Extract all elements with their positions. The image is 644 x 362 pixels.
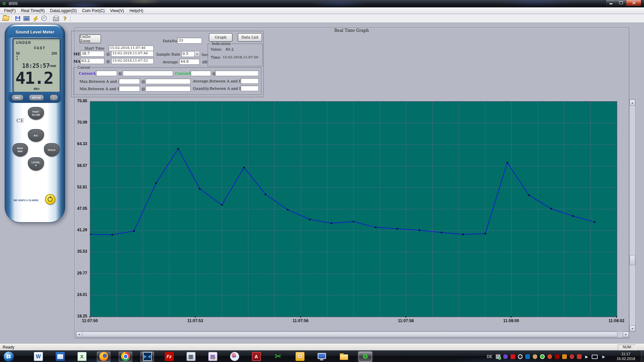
vertical-scroll-thumb[interactable] [630,255,635,265]
lcd-time-label: TIME [49,64,57,68]
taskbar-filezilla-button[interactable]: Fz [162,352,176,362]
taskbar-word-button[interactable]: W [32,352,45,362]
photo-viewer-icon [56,352,65,361]
avg-between-field[interactable] [240,78,259,84]
device-header: Sound Level Meter [7,26,63,38]
taskbar-excel-button[interactable]: X [75,352,89,362]
acrobat-tray-icon[interactable] [555,354,559,359]
min-time-field[interactable]: 15-02-2018,11:07:46 [111,51,154,57]
combo-dropdown-arrow-icon[interactable]: ▼ [194,51,200,57]
stop-realtime-button[interactable] [40,15,48,22]
x-tick-label: 11:07:53 [187,318,203,323]
taskbar-acrobat-reader-button[interactable]: A [250,352,263,362]
volume-icon[interactable] [600,354,605,359]
com-settings-button[interactable] [22,15,31,22]
taskbar-snipping-tool-button[interactable]: ✂ [228,352,241,362]
cursor-b-time-field[interactable] [215,70,259,76]
max-min-key: MAX MIN [12,143,28,157]
max-value-field[interactable]: 63.2 [80,58,104,64]
horizontal-scroll-thumb[interactable] [82,331,618,337]
scroll-down-button[interactable]: ▼ [630,325,635,331]
taskbar-chrome-button[interactable] [119,352,132,362]
menu-item-view[interactable]: View(V) [107,8,127,14]
scroll-up-button[interactable]: ▲ [630,100,635,106]
data-list-button[interactable]: Data List [238,33,262,42]
vertical-scrollbar[interactable]: ▲ ▼ [629,99,636,332]
network-icon[interactable] [592,355,598,359]
open-file-button[interactable] [2,15,10,22]
ccleaner-icon[interactable] [547,354,552,359]
scroll-right-button[interactable]: ► [623,331,629,337]
word-glyph: W [36,354,41,360]
max-between-value-field[interactable] [119,78,140,84]
acrobat-reader-icon: A [252,352,261,361]
cursor-a-value-field[interactable] [96,70,117,76]
taskbar-movie-maker-button[interactable]: ▤ [206,352,219,362]
close-button[interactable] [626,0,641,6]
taskbar-calculator-button[interactable]: ▦ [184,352,198,362]
print-button[interactable] [52,15,60,22]
power-icon [48,197,53,202]
usb-device-icon[interactable] [496,354,500,359]
taskbar-photo-viewer-button[interactable] [53,352,67,362]
remote-desktop-icon [317,352,326,361]
audio-icon[interactable] [577,354,582,359]
undo-zoom-button[interactable]: UnDo Zoom [79,35,101,43]
max-time-field[interactable]: 15-02-2018,11:07:52 [111,58,154,64]
flag-icon[interactable] [584,354,589,359]
min-between-time-field[interactable] [145,86,191,92]
window-title: 8005 [9,1,18,6]
taskbar-outlook-button[interactable]: O [293,352,307,362]
taskbar-slm-8005-button[interactable]: ♻ [359,352,372,362]
x-tick-mark [90,316,90,318]
qty-between-field[interactable] [240,85,259,91]
min-between-value-field[interactable] [119,86,140,92]
cursor-a-label: CursorA [79,71,96,76]
creative-cloud-icon[interactable] [518,354,523,359]
graph-button[interactable]: Graph [209,33,232,42]
menu-item-com-port[interactable]: Com Port(C) [79,8,107,14]
rec-key: REC [12,95,23,101]
save-file-button[interactable] [14,15,22,22]
sync-icon[interactable] [540,354,545,359]
cursor-a-time-field[interactable] [122,70,173,76]
share-icon[interactable] [570,354,574,359]
adobe-cc-icon[interactable] [511,354,515,359]
min-between-at: @ [142,87,145,91]
data-no-field[interactable]: 33 [177,38,202,44]
max-between-label: Max.Between A and B [79,79,121,84]
min-value-field[interactable]: 38.7 [80,51,104,57]
language-indicator[interactable]: DE [487,354,492,359]
sample-rate-value: 0.5 [181,51,194,57]
taskbar-screen-share-button[interactable] [141,352,154,362]
start-realtime-button[interactable]: ⚡ [31,15,39,22]
taskbar-firefox-button[interactable] [97,352,110,362]
calculator-icon: ▦ [186,352,196,361]
menu-item-datalogger[interactable]: DataLogger(D) [47,8,79,14]
menu-item-help[interactable]: Help(H) [127,8,146,14]
show-desktop-button[interactable] [641,351,644,362]
start-button[interactable] [3,351,14,362]
y-tick-label: 41.29 [77,228,87,232]
uplay-icon[interactable] [503,354,508,359]
average-field[interactable]: 44.6 [179,59,200,65]
chart-plot-area[interactable] [90,101,617,317]
start-realtime-icon: ⚡ [32,16,39,21]
teamviewer-icon[interactable] [533,354,537,359]
cursor-b-value-field[interactable] [191,70,211,76]
taskbar-scissors-button[interactable]: ✂ [271,352,285,362]
sample-rate-combo[interactable]: 0.5 ▼ [181,51,200,57]
horizontal-scrollbar[interactable]: ◄ ► [76,331,629,338]
scroll-left-button[interactable]: ◄ [76,331,82,337]
menu-item-real-time[interactable]: Real Time(R) [18,8,48,14]
minimize-button[interactable] [606,0,616,6]
about-help-button[interactable]: ? [61,15,69,22]
menu-item-file[interactable]: File(F) [1,8,18,14]
dropbox-icon[interactable] [525,354,530,359]
updater-icon[interactable] [562,354,567,359]
taskbar-file-explorer-button[interactable] [337,352,350,362]
taskbar-clock[interactable]: 11:17 15.02.2018 [612,352,639,361]
maximize-button[interactable] [616,0,626,6]
max-between-time-field[interactable] [145,78,191,84]
taskbar-remote-desktop-button[interactable] [315,352,328,362]
